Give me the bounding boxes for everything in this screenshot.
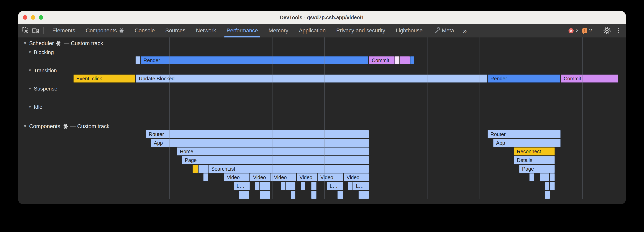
flame-bar[interactable] (540, 173, 549, 181)
tab-label: Lighthouse (396, 27, 423, 34)
flame-bar-searchlist[interactable]: SearchList (208, 165, 369, 173)
flame-bar-video[interactable]: Video (224, 173, 250, 181)
flame-bar[interactable] (239, 191, 249, 199)
tab-label: Network (196, 27, 216, 34)
inspect-element-icon[interactable] (21, 26, 30, 35)
gridline (582, 37, 583, 199)
tab-label: Memory (268, 27, 288, 34)
flame-bar-video[interactable]: Video (297, 173, 317, 181)
scheduler-track-header[interactable]: ▼ Scheduler — Custom track (23, 40, 103, 47)
flame-bar-video[interactable]: Video (318, 173, 343, 181)
tab-strip: ElementsComponentsConsoleSourcesNetworkP… (47, 24, 470, 37)
track-title: Scheduler (29, 40, 54, 47)
tab-label: Application (299, 27, 326, 34)
flame-bar-page[interactable]: Page (182, 156, 369, 164)
flame-bar-app[interactable]: App (151, 139, 369, 147)
flame-bar-commit[interactable]: Commit (369, 56, 395, 64)
flame-bar[interactable] (192, 165, 198, 173)
tab-lighthouse[interactable]: Lighthouse (390, 24, 428, 37)
tab-meta[interactable]: Meta (428, 24, 459, 37)
flame-bar[interactable] (338, 191, 343, 199)
lane-transition[interactable]: ▼Transition (28, 67, 57, 74)
flame-bar-router[interactable]: Router (488, 130, 560, 138)
tab-console[interactable]: Console (130, 24, 160, 37)
flame-bar[interactable] (400, 56, 410, 64)
gridline (118, 37, 118, 199)
flame-bar-app[interactable]: App (493, 139, 560, 147)
lane-suspense[interactable]: ▼Suspense (28, 86, 57, 92)
flame-bar-l[interactable]: L… (327, 182, 343, 190)
tab-label: Elements (52, 27, 75, 34)
gridline (221, 37, 221, 199)
flame-bar-reconnect[interactable]: Reconnect (514, 147, 555, 155)
tab-application[interactable]: Application (294, 24, 331, 37)
flame-bar-render[interactable]: Render (140, 56, 368, 64)
flame-bar[interactable] (260, 191, 270, 199)
more-tabs-chevron-icon[interactable]: » (459, 24, 470, 37)
flame-bar[interactable] (311, 191, 316, 199)
flame-bar[interactable] (311, 182, 316, 190)
flame-bar[interactable] (286, 182, 296, 190)
console-warnings-badge[interactable]: ! 2 (582, 27, 592, 34)
lane-idle[interactable]: ▼Idle (28, 104, 42, 110)
lane-label: Blocking (34, 49, 54, 55)
flame-bar[interactable] (545, 182, 549, 190)
flame-bar[interactable] (529, 173, 534, 181)
performance-flamechart-panel[interactable]: ▼ Scheduler — Custom track ▼Blocking▼Tra… (18, 37, 626, 204)
settings-gear-icon[interactable] (602, 26, 612, 35)
warning-count: 2 (589, 27, 592, 34)
lane-label: Idle (34, 104, 42, 110)
flame-bar[interactable] (550, 173, 555, 181)
flame-bar-video[interactable]: Video (344, 173, 369, 181)
flame-bar-commit[interactable]: Commit (561, 75, 618, 83)
flame-bar[interactable] (136, 56, 140, 64)
flame-bar-details[interactable]: Details (514, 156, 555, 164)
flame-bar[interactable] (348, 182, 353, 190)
tab-network[interactable]: Network (191, 24, 221, 37)
flame-bar-render[interactable]: Render (488, 75, 560, 83)
flame-bar-l[interactable]: L… (234, 182, 250, 190)
tab-privacy-and-security[interactable]: Privacy and security (331, 24, 390, 37)
flame-bar[interactable] (301, 182, 305, 190)
flame-bar[interactable] (280, 182, 285, 190)
tab-label: Privacy and security (336, 27, 385, 34)
devtools-toolbar: ElementsComponentsConsoleSourcesNetworkP… (18, 24, 626, 37)
device-toolbar-icon[interactable] (30, 26, 40, 35)
flame-bar-video[interactable]: Video (271, 173, 296, 181)
flame-bar[interactable] (291, 191, 296, 199)
more-options-kebab-icon[interactable] (614, 26, 623, 35)
tab-memory[interactable]: Memory (263, 24, 294, 37)
tab-label: Components (86, 27, 117, 34)
toolbar-divider (44, 27, 44, 34)
flame-bar[interactable] (203, 173, 208, 181)
tab-components[interactable]: Components (80, 24, 130, 37)
flame-bar[interactable] (358, 191, 369, 199)
track-separator (18, 120, 626, 120)
flame-bar-router[interactable]: Router (146, 130, 369, 138)
flame-bar[interactable] (198, 165, 208, 173)
flame-bar-home[interactable]: Home (177, 147, 369, 155)
gridline (428, 37, 428, 199)
flame-bar[interactable] (550, 182, 555, 190)
flame-bar[interactable] (260, 182, 270, 190)
gridline (272, 37, 273, 199)
flame-bar[interactable] (395, 56, 400, 64)
flame-bar-event-click[interactable]: Event: click (74, 75, 135, 83)
flame-bar[interactable] (545, 191, 550, 199)
flame-bar-l[interactable]: L… (353, 182, 369, 190)
console-errors-badge[interactable]: 2 (568, 27, 578, 34)
flame-bar[interactable] (255, 182, 260, 190)
track-subtitle: — Custom track (64, 40, 103, 47)
lane-blocking[interactable]: ▼Blocking (28, 49, 54, 55)
flame-bar-video[interactable]: Video (250, 173, 271, 181)
error-count: 2 (576, 27, 578, 34)
tab-sources[interactable]: Sources (160, 24, 191, 37)
tab-performance[interactable]: Performance (221, 24, 263, 37)
tab-label: Meta (442, 27, 454, 34)
flame-bar-page[interactable]: Page (519, 165, 555, 173)
flame-bar[interactable] (410, 56, 414, 64)
components-track-header[interactable]: ▼ Components — Custom track (23, 123, 109, 129)
tab-elements[interactable]: Elements (47, 24, 80, 37)
tab-label: Console (135, 27, 155, 34)
flame-bar-update-blocked[interactable]: Update Blocked (136, 75, 487, 83)
